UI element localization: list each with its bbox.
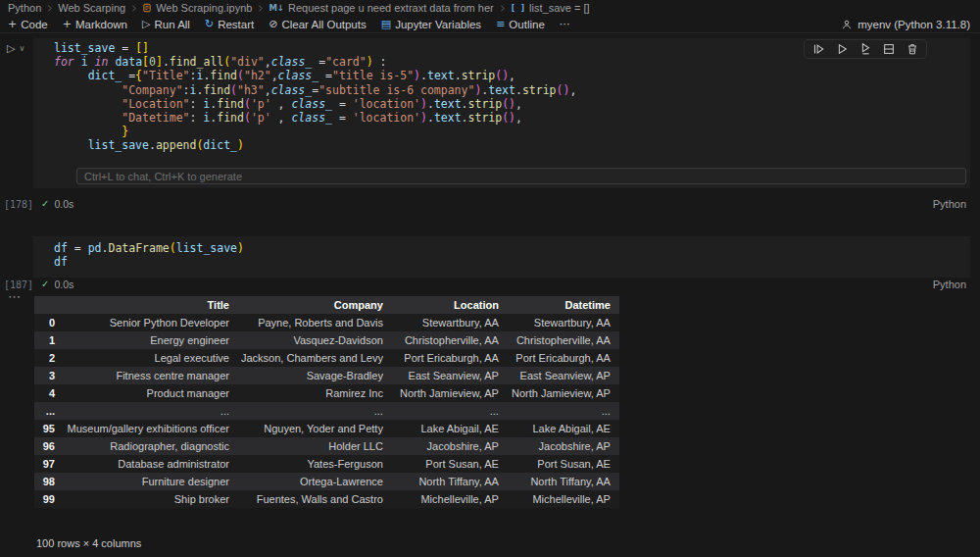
table-cell: Ortega-Lawrence bbox=[238, 473, 392, 490]
add-markdown-label: Markdown bbox=[75, 19, 127, 30]
notebook-icon bbox=[142, 3, 152, 13]
table-cell: Port Ericaburgh, AA bbox=[508, 349, 619, 367]
table-row: 2Legal executiveJackson, Chambers and Le… bbox=[34, 349, 619, 367]
plus-icon: + bbox=[8, 19, 17, 29]
table-cell: Yates-Ferguson bbox=[238, 455, 392, 473]
row-index: 2 bbox=[34, 349, 64, 367]
execute-below-icon[interactable] bbox=[858, 42, 872, 56]
code-line: "Company":i.find("h3",class_="subtitle i… bbox=[54, 83, 970, 97]
inline-chat-hint: Ctrl+L to chat, Ctrl+K to generate bbox=[76, 168, 966, 184]
table-cell: ... bbox=[238, 402, 392, 420]
restart-label: Restart bbox=[218, 19, 254, 30]
chevron-right-icon bbox=[498, 4, 507, 13]
row-index: 95 bbox=[34, 420, 64, 437]
dataframe-header-row: TitleCompanyLocationDatetime bbox=[34, 296, 619, 314]
delete-cell-icon[interactable] bbox=[906, 42, 919, 56]
table-cell: Fuentes, Walls and Castro bbox=[238, 490, 392, 508]
inline-chat-hint-text: Ctrl+L to chat, Ctrl+K to generate bbox=[84, 171, 242, 182]
kernel-picker[interactable]: myenv (Python 3.11.8) bbox=[841, 19, 970, 30]
table-cell: Ramirez Inc bbox=[238, 384, 392, 402]
jupyter-variables-button[interactable]: ▤ Jupyter Variables bbox=[381, 19, 481, 30]
plus-icon: + bbox=[63, 19, 72, 29]
code-line: list_save.append(dict_) bbox=[54, 138, 970, 152]
table-cell: North Jamieview, AP bbox=[392, 384, 508, 402]
row-index: ... bbox=[34, 402, 64, 420]
code-cell-editor-1[interactable]: list_save = []for i in data[0].find_all(… bbox=[33, 38, 970, 188]
outline-button[interactable]: ≡ Outline bbox=[496, 19, 545, 30]
code-line: } bbox=[54, 125, 970, 138]
table-cell: East Seanview, AP bbox=[392, 367, 508, 384]
row-index: 1 bbox=[34, 331, 64, 349]
table-row: 4Product managerRamirez IncNorth Jamievi… bbox=[34, 384, 619, 402]
row-index: 4 bbox=[34, 384, 64, 402]
table-row: 95Museum/gallery exhibitions officerNguy… bbox=[34, 420, 619, 437]
table-cell: Christopherville, AA bbox=[508, 331, 619, 349]
table-cell: Ship broker bbox=[64, 490, 238, 508]
table-cell: Fitness centre manager bbox=[64, 367, 238, 384]
table-cell: Savage-Bradley bbox=[238, 367, 392, 384]
run-cell-button[interactable]: ▷ ∨ bbox=[7, 43, 24, 54]
chevron-right-icon bbox=[45, 4, 54, 13]
table-cell: Port Ericaburgh, AA bbox=[392, 349, 508, 367]
chevron-right-icon bbox=[129, 4, 138, 13]
check-icon: ✓ bbox=[41, 199, 49, 209]
table-cell: Legal executive bbox=[64, 349, 238, 367]
run-by-line-icon[interactable] bbox=[811, 42, 825, 56]
dataframe-shape-label: 100 rows × 4 columns bbox=[36, 537, 141, 549]
breadcrumb-item-code-cell[interactable]: [ ] list_save = [] bbox=[511, 2, 590, 14]
breadcrumb-label: Web Scraping.ipynb bbox=[156, 2, 252, 14]
run-cell-icon: ▷ bbox=[7, 43, 15, 54]
table-cell: North Tiffany, AA bbox=[392, 473, 508, 490]
kernel-label: myenv (Python 3.11.8) bbox=[858, 19, 970, 30]
more-icon: ⋯ bbox=[560, 19, 570, 29]
table-cell: ... bbox=[508, 402, 619, 420]
table-row: 3Fitness centre managerSavage-BradleyEas… bbox=[34, 367, 619, 384]
restart-kernel-button[interactable]: ↻ Restart bbox=[205, 19, 254, 30]
column-header: Location bbox=[392, 296, 508, 314]
table-cell: Christopherville, AA bbox=[392, 331, 508, 349]
breadcrumb-label: Web Scarping bbox=[58, 2, 125, 14]
table-row: 98Furniture designerOrtega-LawrenceNorth… bbox=[34, 473, 619, 490]
code-line: "Datetime": i.find('p' , class_ = 'locat… bbox=[54, 111, 970, 125]
code-cell-editor-2[interactable]: df = pd.DataFrame(list_save)df bbox=[33, 236, 970, 278]
clear-all-outputs-button[interactable]: ⊘ Clear All Outputs bbox=[269, 19, 367, 30]
breadcrumb-item-folder[interactable]: Web Scarping bbox=[58, 2, 125, 14]
breadcrumb-item-notebook-file[interactable]: Web Scraping.ipynb bbox=[142, 2, 252, 14]
table-row: 0Senior Python DeveloperPayne, Roberts a… bbox=[34, 314, 619, 331]
collapse-output-button[interactable]: ⋯ bbox=[8, 290, 21, 303]
code-line: dict_ ={"Title":i.find("h2",class_ ="tit… bbox=[54, 69, 970, 82]
code-line: df bbox=[54, 255, 970, 269]
table-cell: Holder LLC bbox=[238, 437, 392, 455]
table-cell: Port Susan, AE bbox=[392, 455, 508, 473]
run-all-icon: ▷ bbox=[142, 19, 150, 29]
execute-cell-icon[interactable] bbox=[835, 42, 849, 56]
more-actions-button[interactable]: ⋯ bbox=[560, 19, 570, 29]
column-header: Company bbox=[238, 296, 392, 314]
code-line: df = pd.DataFrame(list_save) bbox=[54, 241, 970, 255]
row-index: 96 bbox=[34, 437, 64, 455]
row-index: 0 bbox=[34, 314, 64, 331]
table-cell: ... bbox=[64, 402, 238, 420]
execution-time: 0.0s bbox=[54, 198, 74, 210]
table-cell: Lake Abigail, AE bbox=[392, 420, 508, 437]
add-code-cell-button[interactable]: + Code bbox=[8, 19, 48, 30]
dataframe-body: 0Senior Python DeveloperPayne, Roberts a… bbox=[34, 314, 619, 508]
table-cell: Vasquez-Davidson bbox=[238, 331, 392, 349]
chevron-right-icon bbox=[256, 4, 265, 13]
breadcrumb-item-markdown-cell[interactable]: M↓ Request page u need extraxt data from… bbox=[269, 2, 493, 14]
table-cell: Stewartbury, AA bbox=[392, 314, 508, 331]
table-cell: Furniture designer bbox=[64, 473, 238, 490]
breadcrumb: Python Web Scarping Web Scraping.ipynb M… bbox=[0, 0, 980, 16]
breadcrumb-item-python[interactable]: Python bbox=[8, 2, 41, 14]
table-cell: Michelleville, AP bbox=[392, 490, 508, 508]
table-cell: East Seanview, AP bbox=[508, 367, 619, 384]
table-cell: Stewartbury, AA bbox=[508, 314, 619, 331]
cell-language-label[interactable]: Python bbox=[933, 198, 966, 210]
split-cell-icon[interactable] bbox=[882, 42, 896, 56]
chevron-down-icon: ∨ bbox=[19, 45, 24, 53]
add-markdown-cell-button[interactable]: + Markdown bbox=[63, 19, 127, 30]
run-all-button[interactable]: ▷ Run All bbox=[142, 19, 190, 30]
table-cell: Jacobshire, AP bbox=[392, 437, 508, 455]
cell-language-label[interactable]: Python bbox=[933, 278, 966, 290]
column-header: Datetime bbox=[508, 296, 619, 314]
